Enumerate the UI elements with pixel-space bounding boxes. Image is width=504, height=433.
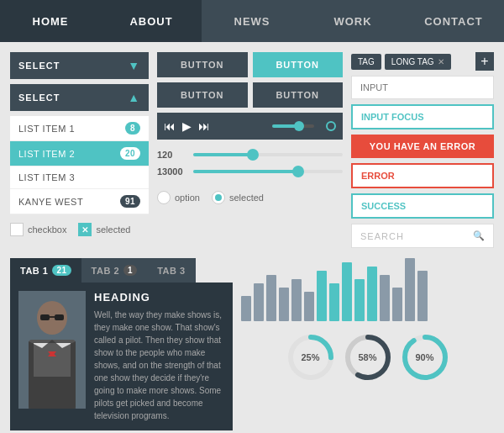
bar-13 <box>405 258 415 321</box>
list-container: LIST ITEM 1 8 LIST ITEM 2 20 LIST ITEM 3… <box>10 116 149 214</box>
list-item-active[interactable]: LIST ITEM 2 20 <box>10 141 149 166</box>
tab-text: HEADING Well, the way they make shows is… <box>94 291 224 422</box>
success-field: SUCCESS <box>351 193 494 219</box>
bar-chart <box>241 258 494 325</box>
donut-0: 25% <box>286 332 336 383</box>
main-content: SELECT ▼ SELECT ▲ LIST ITEM 1 8 LIST ITE… <box>0 42 504 258</box>
tab-bar: TAB 1 21 TAB 2 1 TAB 3 <box>10 258 233 283</box>
person-avatar <box>18 291 86 409</box>
right-column: TAG LONG TAG ✕ + INPUT FOCUS YOU HAVE AN… <box>351 52 494 248</box>
search-field[interactable]: SEARCH 🔍 <box>351 224 494 248</box>
slider-row-1: 120 <box>157 150 343 160</box>
chevron-down-icon: ▼ <box>128 59 140 72</box>
chart-section: 25% 58% 90% <box>241 258 494 430</box>
tab-1[interactable]: TAB 1 21 <box>10 258 81 283</box>
radio-row: option selected <box>157 191 343 204</box>
tab-heading: HEADING <box>94 291 224 304</box>
radio-checked[interactable] <box>212 191 225 204</box>
tag-2: LONG TAG ✕ <box>385 54 451 70</box>
bar-5 <box>304 292 314 321</box>
checkbox-box[interactable] <box>10 223 24 236</box>
play-icon[interactable]: ▶ <box>182 119 192 133</box>
tab-2[interactable]: TAB 2 1 <box>81 258 148 283</box>
tab-body: Well, the way they make shows is, they m… <box>94 309 224 422</box>
slider-1-track[interactable] <box>193 153 343 156</box>
left-column: SELECT ▼ SELECT ▲ LIST ITEM 1 8 LIST ITE… <box>10 52 149 248</box>
list-item[interactable]: LIST ITEM 1 8 <box>10 116 149 141</box>
chevron-up-icon: ▲ <box>128 91 140 104</box>
button-teal-1[interactable]: BUTTON <box>253 52 344 77</box>
bar-11 <box>380 275 390 321</box>
input-field[interactable] <box>351 76 494 99</box>
button-dark-1[interactable]: BUTTON <box>157 52 248 77</box>
button-dark-3[interactable]: BUTTON <box>253 82 344 108</box>
tab-content: HEADING Well, the way they make shows is… <box>10 283 233 430</box>
bar-8 <box>342 262 352 321</box>
select-dropdown-1[interactable]: SELECT ▼ <box>10 52 149 79</box>
svg-rect-4 <box>40 314 50 320</box>
donut-row: 25% 58% 90% <box>241 332 494 383</box>
slider-2-thumb[interactable] <box>292 166 304 177</box>
badge: 91 <box>120 195 140 208</box>
bottom-section: TAB 1 21 TAB 2 1 TAB 3 <box>0 258 504 433</box>
button-dark-2[interactable]: BUTTON <box>157 82 248 108</box>
donut-1: 58% <box>343 332 393 383</box>
slider-1-thumb[interactable] <box>247 149 259 161</box>
tabs-section: TAB 1 21 TAB 2 1 TAB 3 <box>10 258 233 430</box>
bar-12 <box>392 288 402 321</box>
slider-2-track[interactable] <box>193 170 343 173</box>
bar-9 <box>354 279 365 321</box>
nav-about[interactable]: ABOUT <box>101 0 202 42</box>
search-icon: 🔍 <box>473 230 485 241</box>
button-row-1: BUTTON BUTTON <box>157 52 343 77</box>
checkbox-unchecked[interactable]: checkbox <box>10 223 66 236</box>
bar-7 <box>329 283 339 321</box>
tab-badge-1: 21 <box>52 265 71 276</box>
radio-empty[interactable] <box>157 191 171 204</box>
nav-home[interactable]: HOME <box>0 0 101 42</box>
nav-news[interactable]: NEWS <box>202 0 302 42</box>
radio-dot <box>215 194 222 201</box>
bar-14 <box>417 271 428 321</box>
bar-6 <box>317 271 327 321</box>
select-dropdown-2[interactable]: SELECT ▲ <box>10 84 149 111</box>
bar-10 <box>367 267 377 321</box>
add-tag-button[interactable]: + <box>475 52 494 71</box>
sliders: 120 13000 <box>157 146 343 187</box>
tag-row: TAG LONG TAG ✕ + <box>351 52 494 71</box>
volume-knob[interactable] <box>326 121 336 131</box>
bar-0 <box>241 296 251 321</box>
main-nav: HOME ABOUT NEWS WORK CONTACT <box>0 0 504 42</box>
error-button[interactable]: YOU HAVE AN ERROR <box>351 135 494 158</box>
media-controls: ⏮ ▶ ⏭ <box>157 113 343 140</box>
bar-4 <box>291 279 302 321</box>
slider-2-value: 13000 <box>157 166 186 177</box>
list-item-kanye[interactable]: KANYE WEST 91 <box>10 189 149 214</box>
audio-thumb[interactable] <box>294 121 304 131</box>
donut-2: 90% <box>400 332 450 383</box>
input-focus-field[interactable]: INPUT FOCUS <box>351 104 494 129</box>
button-row-2: BUTTON BUTTON <box>157 82 343 108</box>
nav-contact[interactable]: CONTACT <box>403 0 504 42</box>
slider-row-2: 13000 <box>157 166 343 177</box>
bar-2 <box>266 275 276 321</box>
svg-rect-5 <box>55 314 64 320</box>
bar-3 <box>279 288 289 321</box>
tab-badge-2: 1 <box>123 265 137 276</box>
tag-remove-icon[interactable]: ✕ <box>438 57 444 66</box>
tag-1: TAG <box>351 54 381 70</box>
next-icon[interactable]: ⏭ <box>198 119 210 133</box>
checkbox-selected[interactable]: ✕ selected <box>78 223 130 236</box>
checkbox-row: checkbox ✕ selected <box>10 223 149 236</box>
prev-icon[interactable]: ⏮ <box>164 119 176 133</box>
list-item[interactable]: LIST ITEM 3 <box>10 166 149 189</box>
badge: 8 <box>125 122 140 135</box>
radio-option[interactable]: option <box>157 191 200 204</box>
radio-selected[interactable]: selected <box>212 191 264 204</box>
slider-1-value: 120 <box>157 150 186 160</box>
tab-3[interactable]: TAB 3 <box>147 258 195 283</box>
nav-work[interactable]: WORK <box>302 0 403 42</box>
checkbox-checked[interactable]: ✕ <box>78 223 92 236</box>
bar-1 <box>254 283 264 321</box>
middle-column: BUTTON BUTTON BUTTON BUTTON ⏮ ▶ ⏭ 120 <box>157 52 343 248</box>
